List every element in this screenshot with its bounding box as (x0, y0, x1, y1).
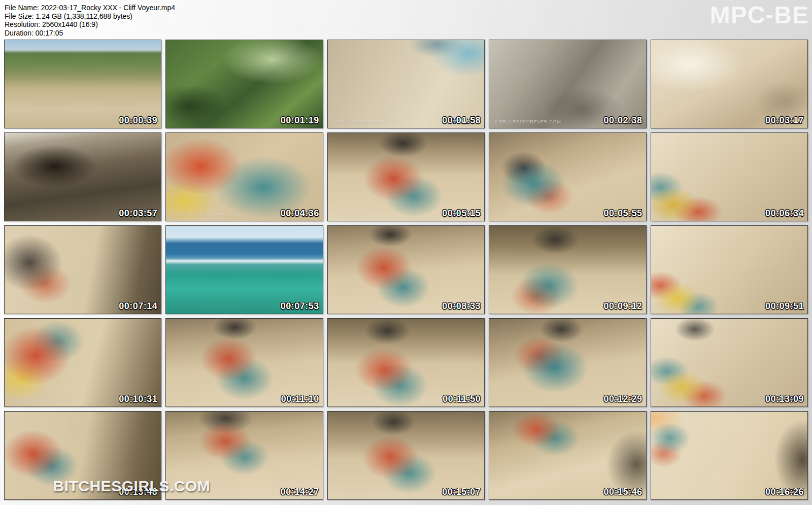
thumbnail-timestamp: 00:11:50 (443, 394, 481, 405)
thumbnail-timestamp: 00:07:14 (119, 301, 157, 312)
video-thumbnail-14: 00:09:12 (489, 225, 646, 314)
resolution-value: 2560x1440 (16:9) (42, 20, 98, 28)
thumbnail-timestamp: 00:09:12 (604, 301, 642, 312)
thumbnail-timestamp: 00:05:55 (604, 208, 642, 219)
thumbnail-timestamp: 00:03:17 (765, 115, 804, 126)
file-size-value: 1.24 GB (1,338,112,688 bytes) (36, 12, 132, 20)
video-thumbnail-23: 00:15:07 (327, 411, 485, 500)
video-thumbnail-20: 00:13:09 (651, 318, 808, 407)
thumbnail-timestamp: 00:15:46 (604, 487, 642, 497)
thumbnail-timestamp: 00:07:53 (281, 301, 319, 312)
video-thumbnail-19: 00:12:29 (489, 318, 646, 407)
video-thumbnail-11: 00:07:14 (4, 225, 161, 314)
video-thumbnail-6: 00:03:57 (4, 132, 161, 221)
thumbnail-timestamp: 00:15:07 (442, 487, 481, 497)
thumbnail-timestamp: 00:08:33 (442, 301, 481, 312)
video-thumbnail-8: 00:05:15 (327, 132, 485, 221)
video-thumbnail-3: © BRALESSFOREVER.COM 00:01:58 (327, 40, 485, 128)
video-thumbnail-16: © BRALESSFOREVER.COM 00:10:31 (4, 318, 161, 407)
video-thumbnail-18: 00:11:50 (327, 318, 485, 407)
video-thumbnail-4: © BRALESSFOREVER.COM 00:02:38 (489, 40, 646, 128)
thumbnail-timestamp: 00:02:38 (604, 115, 642, 126)
video-thumbnail-25: 00:16:26 (651, 411, 808, 500)
file-name-label: File Name: (5, 4, 39, 12)
video-thumbnail-24: 00:15:46 (489, 411, 646, 500)
duration-label: Duration: (5, 29, 33, 37)
thumbnail-grid: 00:00:39 00:01:19 © BRALESSFOREVER.COM 0… (4, 40, 808, 500)
thumbnail-timestamp: 00:06:34 (765, 208, 804, 219)
thumbnail-timestamp: 00:05:15 (442, 208, 481, 219)
video-thumbnail-2: 00:01:19 (165, 40, 323, 128)
video-thumbnail-1: 00:00:39 (4, 40, 161, 128)
file-size-label: File Size: (5, 12, 34, 20)
thumbnail-timestamp: 00:01:19 (281, 115, 319, 126)
video-thumbnail-9: 00:05:55 (489, 132, 646, 221)
video-thumbnail-15: 00:09:51 (651, 225, 808, 314)
content-watermark: © BRALESSFOREVER.COM (9, 397, 76, 403)
file-size-row: File Size:1.24 GB (1,338,112,688 bytes) (5, 12, 175, 21)
resolution-label: Resolution: (5, 20, 40, 28)
media-info-block: File Name:2022-03-17_Rocky XXX - Cliff V… (5, 4, 175, 37)
video-thumbnail-7: © BRALESSFOREVER.COM 00:04:36 (165, 132, 323, 221)
video-thumbnail-12: 00:07:53 (165, 225, 323, 314)
thumbnail-timestamp: 00:14:27 (281, 487, 319, 497)
thumbnail-timestamp: 00:16:26 (765, 487, 804, 497)
video-thumbnail-13: 00:08:33 (327, 225, 485, 314)
thumbnail-timestamp: 00:09:51 (765, 301, 804, 312)
video-thumbnail-17: 00:11:10 (165, 318, 323, 407)
thumbnail-timestamp: 00:13:09 (765, 394, 804, 405)
content-watermark: © BRALESSFOREVER.COM (332, 119, 399, 124)
video-thumbnail-10: 00:06:34 (651, 132, 808, 221)
video-thumbnail-5: 00:03:17 (651, 40, 808, 128)
thumbnail-timestamp: 00:12:29 (604, 394, 642, 405)
thumbnail-timestamp: 00:00:39 (119, 115, 157, 126)
video-thumbnail-21: BITCHESGIRLS.COM 00:13:48 (4, 411, 161, 500)
resolution-row: Resolution:2560x1440 (16:9) (5, 20, 175, 29)
duration-row: Duration:00:17:05 (5, 29, 175, 38)
content-watermark: © BRALESSFOREVER.COM (494, 119, 561, 124)
thumbnail-timestamp: 00:04:36 (281, 208, 319, 219)
content-watermark: © BRALESSFOREVER.COM (171, 212, 238, 217)
file-name-value: 2022-03-17_Rocky XXX - Cliff Voyeur.mp4 (41, 4, 175, 12)
site-watermark: BITCHESGIRLS.COM (53, 478, 211, 495)
thumbnail-timestamp: 00:10:31 (119, 394, 157, 405)
duration-value: 00:17:05 (36, 29, 63, 37)
thumbnail-timestamp: 00:01:58 (442, 115, 481, 126)
thumbnail-timestamp: 00:11:10 (281, 394, 319, 405)
thumbnail-timestamp: 00:03:57 (119, 208, 157, 219)
mpc-be-logo: MPC-BE (710, 1, 809, 29)
file-name-row: File Name:2022-03-17_Rocky XXX - Cliff V… (5, 4, 175, 12)
